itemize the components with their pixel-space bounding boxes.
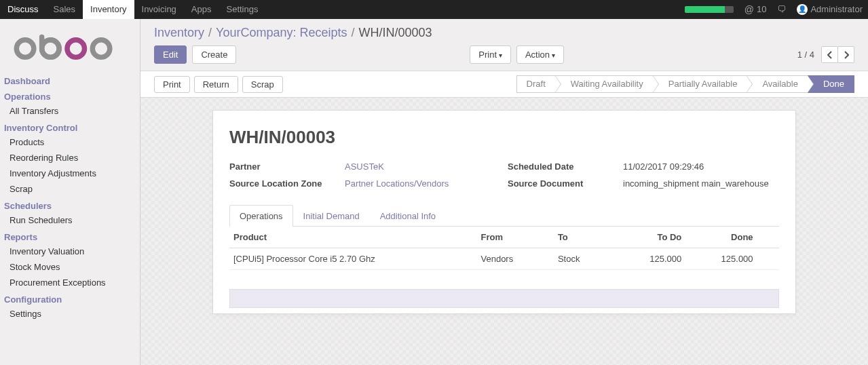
section-dashboard[interactable]: Dashboard: [0, 72, 140, 88]
nav-sales[interactable]: Sales: [46, 0, 83, 19]
cell-product: [CPUi5] Processor Core i5 2.70 Ghz: [229, 248, 477, 270]
menu-settings[interactable]: Settings: [0, 306, 140, 322]
nav-inventory[interactable]: Inventory: [83, 0, 134, 19]
top-navbar: DiscussSalesInventoryInvoicingAppsSettin…: [0, 0, 868, 19]
status-waiting-availability[interactable]: Waiting Availability: [555, 75, 654, 93]
menu-all-transfers[interactable]: All Transfers: [0, 103, 140, 119]
print-dropdown[interactable]: Print: [470, 45, 511, 64]
menu-products[interactable]: Products: [0, 134, 140, 150]
print-button[interactable]: Print: [154, 76, 190, 93]
progress-indicator: [685, 6, 734, 13]
notification-indicator[interactable]: 10: [739, 0, 772, 19]
edit-button[interactable]: Edit: [154, 45, 187, 64]
status-partially-available[interactable]: Partially Available: [653, 75, 748, 93]
pager: 1 / 4: [797, 46, 854, 63]
tab-additional-info[interactable]: Additional Info: [370, 205, 446, 227]
value-source-document: incoming_shipment main_warehouse: [623, 178, 779, 189]
status-steps: DraftWaiting AvailabilityPartially Avail…: [517, 75, 854, 93]
doc-title: WH/IN/00003: [229, 127, 779, 148]
section-schedulers[interactable]: Schedulers: [0, 197, 140, 212]
chat-icon: [777, 0, 786, 19]
nav-discuss[interactable]: Discuss: [0, 0, 46, 19]
value-scheduled-date: 11/02/2017 09:29:46: [623, 161, 779, 172]
form-footer: [229, 289, 779, 308]
cell-from: Vendors: [477, 248, 554, 270]
control-bar: Edit Create Print Action 1 / 4: [140, 40, 868, 71]
breadcrumb: Inventory / YourCompany: Receipts / WH/I…: [140, 19, 868, 40]
status-done[interactable]: Done: [808, 75, 854, 93]
main-content: Inventory / YourCompany: Receipts / WH/I…: [140, 19, 868, 365]
th-done[interactable]: Done: [685, 227, 757, 248]
status-available[interactable]: Available: [747, 75, 808, 93]
nav-invoicing[interactable]: Invoicing: [134, 0, 184, 19]
crumb-receipts[interactable]: YourCompany: Receipts: [216, 26, 347, 40]
tab-initial-demand[interactable]: Initial Demand: [293, 205, 370, 227]
value-source-location[interactable]: Partner Locations/Vendors: [345, 178, 501, 189]
svg-point-3: [92, 40, 110, 58]
pager-text: 1 / 4: [797, 50, 814, 60]
svg-point-1: [42, 40, 60, 58]
th-from[interactable]: From: [477, 227, 554, 248]
user-name: Administrator: [810, 0, 863, 19]
operations-table: Product From To To Do Done [CPUi5] Proce…: [229, 227, 779, 270]
section-inventory-control[interactable]: Inventory Control: [0, 119, 140, 134]
menu-stock-moves[interactable]: Stock Moves: [0, 259, 140, 275]
messaging-icon[interactable]: [772, 0, 791, 19]
crumb-inventory[interactable]: Inventory: [154, 26, 204, 40]
label-scheduled-date: Scheduled Date: [508, 161, 616, 172]
label-partner: Partner: [229, 161, 338, 172]
menu-run-schedulers[interactable]: Run Schedulers: [0, 212, 140, 228]
nav-apps[interactable]: Apps: [184, 0, 219, 19]
th-to[interactable]: To: [554, 227, 614, 248]
cell-todo: 125.000: [614, 248, 685, 270]
menu-procurement-exceptions[interactable]: Procurement Exceptions: [0, 275, 140, 290]
at-icon: [744, 0, 754, 20]
value-partner[interactable]: ASUSTeK: [345, 161, 501, 172]
cell-to: Stock: [554, 248, 614, 270]
user-menu[interactable]: 👤 Administrator: [791, 0, 868, 19]
th-todo[interactable]: To Do: [614, 227, 685, 248]
tabs: OperationsInitial DemandAdditional Info: [229, 205, 779, 227]
pager-prev[interactable]: [821, 46, 838, 63]
action-dropdown[interactable]: Action: [516, 45, 564, 64]
section-reports[interactable]: Reports: [0, 228, 140, 244]
menu-inventory-valuation[interactable]: Inventory Valuation: [0, 244, 140, 259]
tab-operations[interactable]: Operations: [229, 205, 293, 227]
menu-reordering-rules[interactable]: Reordering Rules: [0, 150, 140, 166]
avatar: 👤: [797, 4, 808, 15]
sidebar: DashboardOperationsAll TransfersInventor…: [0, 19, 140, 365]
menu-inventory-adjustments[interactable]: Inventory Adjustments: [0, 166, 140, 181]
svg-point-0: [16, 40, 34, 58]
status-bar: Print Return Scrap DraftWaiting Availabi…: [140, 71, 868, 98]
return-button[interactable]: Return: [194, 76, 238, 93]
cell-done: 125.000: [685, 248, 757, 270]
section-operations[interactable]: Operations: [0, 88, 140, 103]
notif-count: 10: [757, 0, 766, 19]
section-configuration[interactable]: Configuration: [0, 290, 140, 306]
menu-scrap[interactable]: Scrap: [0, 181, 140, 197]
scrap-button[interactable]: Scrap: [242, 76, 283, 93]
th-product[interactable]: Product: [229, 227, 477, 248]
form-sheet: WH/IN/00003 Partner ASUSTeK Scheduled Da…: [212, 110, 796, 314]
svg-point-2: [67, 40, 85, 58]
label-source-document: Source Document: [508, 178, 616, 189]
status-draft[interactable]: Draft: [516, 75, 556, 93]
crumb-current: WH/IN/00003: [359, 26, 432, 40]
logo: [0, 19, 140, 72]
pager-next[interactable]: [837, 46, 854, 63]
nav-settings[interactable]: Settings: [219, 0, 265, 19]
table-row[interactable]: [CPUi5] Processor Core i5 2.70 GhzVendor…: [229, 248, 779, 270]
create-button[interactable]: Create: [192, 45, 236, 64]
label-source-location: Source Location Zone: [229, 178, 338, 189]
